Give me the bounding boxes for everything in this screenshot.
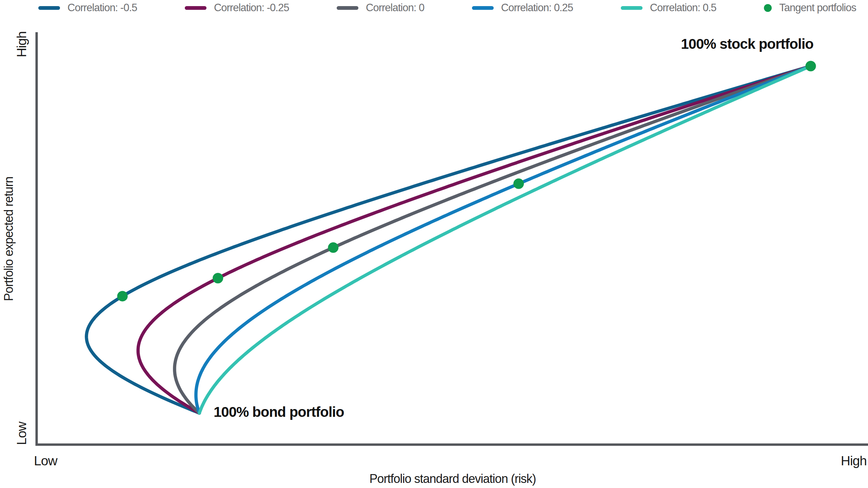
annotation-bond-portfolio: 100% bond portfolio [214,404,344,420]
curve-correlation-0.25 [196,66,811,413]
tangent-portfolio-dot [213,273,223,283]
curve-correlation-0 [175,66,811,413]
x-tick-low: Low [34,453,57,468]
tangent-portfolio-dot [513,179,524,189]
tangent-portfolio-dot [328,242,338,253]
y-axis-title: Portfolio expected return [2,177,16,301]
y-tick-low: Low [14,422,29,445]
x-tick-high: High [841,453,867,468]
tangent-portfolio-dot [117,291,128,301]
x-axis-title: Portfolio standard deviation (risk) [369,472,536,486]
efficient-frontier-chart: Correlation: -0.5 Correlation: -0.25 Cor… [0,0,868,488]
y-tick-high: High [14,32,29,57]
plot-area [0,0,868,488]
curve-correlation-0.5 [199,66,811,413]
annotation-stock-portfolio: 100% stock portfolio [681,36,813,52]
tangent-portfolio-dot [806,61,816,72]
curve-correlation--0.5 [86,66,811,413]
